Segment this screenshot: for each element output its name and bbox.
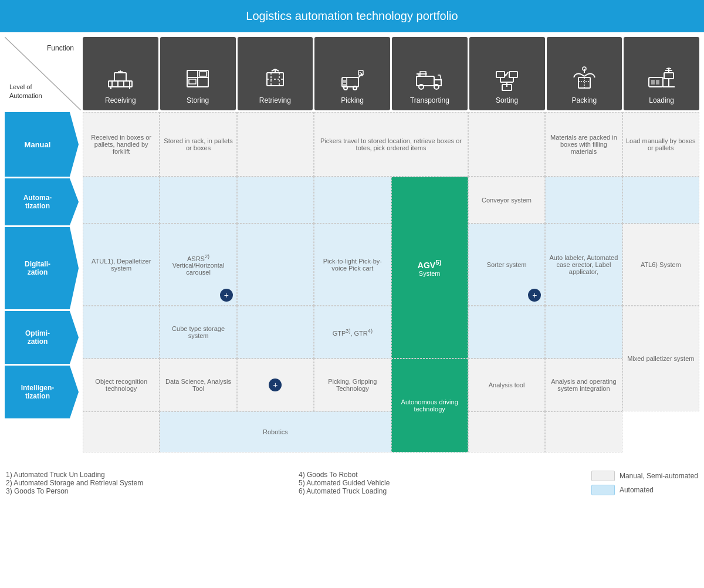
plus-button-storing[interactable]: + [220,289,233,302]
cell-manual-picking-trans: Pickers travel to stored location, retri… [314,112,468,177]
plus-button-sorting[interactable]: + [528,289,541,302]
cell-auto-retrieving [237,177,314,224]
cell-manual-receiving: Received in boxes or pallets, handled by… [83,112,160,177]
cell-opti-receiving [83,306,160,359]
level-header-label: Level ofAutomation [9,83,42,100]
function-sorting: Sorting [469,37,545,110]
footer-notes-col2: 4) Goods To Robot 5) Automated Guided Ve… [299,471,580,495]
footer: 1) Automated Truck Un Loading 2) Automat… [0,471,704,501]
cell-opti-retrieving [237,306,314,359]
footer-note-1: 1) Automated Truck Un Loading [6,471,287,479]
cell-auto-sorting: Conveyor system [468,177,545,224]
cell-auto-receiving [83,177,160,224]
cell-auto-storing [160,177,236,224]
svg-rect-14 [189,79,196,84]
level-intelligentization: Intelligen-tization [5,366,79,418]
cell-manual-packing: Materials are packed in boxes with filli… [545,112,622,177]
svg-rect-6 [114,73,126,81]
legend-manual-box [591,471,615,481]
cell-opti-loading: Mixed palletizer system [622,306,699,411]
footer-note-2: 2) Automated Storage and Retrieval Syste… [6,479,287,487]
cell-manual-sorting [468,112,545,177]
cell-robotics-1 [83,411,160,452]
cell-intel-storing: Data Science, Analysis Tool [160,359,236,411]
cell-manual-retrieving [237,112,314,177]
cell-opti-storing: Cube type storage system [160,306,236,359]
function-transporting: Transporting [392,37,468,110]
svg-rect-58 [664,73,673,79]
cell-robotics-6 [468,411,545,452]
footer-note-3: 3) Goods To Person [6,487,287,495]
svg-rect-25 [343,80,346,83]
level-digitalization: Digitali-zation [5,227,79,309]
cell-digit-sorting: Sorter system+ [468,224,545,306]
cell-digit-retrieving [237,224,314,306]
cell-manual-loading: Load manually by boxes or pallets [622,112,699,177]
page-title: Logistics automation technology portfoli… [0,0,704,32]
cell-opti-picking: GTP3), GTR4) [314,306,391,359]
cell-agv: AGV5)System [391,177,468,359]
cell-intel-retrieving: + [237,359,314,411]
function-loading: Loading [624,37,699,110]
svg-rect-33 [417,76,434,86]
level-automation: Automa-tization [5,178,79,225]
footer-notes-col1: 1) Automated Truck Un Loading 2) Automat… [6,471,287,495]
svg-line-29 [358,74,362,77]
cell-intel-receiving: Object recognition technology [83,359,160,411]
svg-rect-57 [656,80,659,85]
diagonal-header: Function Level ofAutomation [5,37,81,110]
svg-point-27 [344,86,347,90]
cell-digit-packing: Auto labeler, Automated case erector, La… [545,224,622,306]
level-optimization: Optimi-zation [5,311,79,364]
footer-note-5: 5) Automated Guided Vehicle [299,479,580,487]
legend-auto: Automated [591,485,698,495]
level-manual: Manual [5,112,79,177]
cell-digit-storing: ASRS2)Vertical/Horizontal carousel+ [160,224,236,306]
cell-intel-transporting: Autonomous driving technology [391,359,468,452]
footer-note-6: 6) Automated Truck Loading [299,487,580,495]
cell-robotics-span: Robotics [160,411,391,452]
footer-note-4: 4) Goods To Robot [299,471,580,479]
legend-auto-box [591,485,615,495]
cell-intel-packing: Analysis and operating system integratio… [545,359,622,411]
svg-point-28 [353,86,357,90]
function-packing: Packing [547,37,622,110]
svg-line-30 [360,72,362,74]
function-storing: Storing [160,37,236,110]
cell-auto-loading [622,177,699,224]
cell-digit-receiving: ATUL1), Depalletizer system [83,224,160,306]
cell-intel-sorting: Analysis tool [468,359,545,411]
svg-rect-15 [199,72,207,76]
svg-rect-42 [509,72,517,77]
cell-intel-picking: Picking, Gripping Technology [314,359,391,411]
cell-opti-packing [545,306,622,359]
svg-rect-56 [651,80,655,85]
function-picking: Picking [314,37,390,110]
footer-legend: Manual, Semi-automated Automated [591,471,698,495]
svg-line-51 [574,75,575,77]
plus-button-intel[interactable]: + [269,379,282,391]
cell-auto-picking [314,177,391,224]
cell-digit-loading: ATL6) System [622,224,699,306]
function-retrieving: Retrieving [238,37,313,110]
cell-auto-packing [545,177,622,224]
cell-opti-sorting [468,306,545,359]
cell-manual-storing: Stored in rack, in pallets or boxes [160,112,236,177]
svg-rect-41 [496,72,505,77]
cell-digit-picking: Pick-to-light Pick-by-voice Pick cart [314,224,391,306]
svg-line-52 [594,75,595,77]
legend-manual: Manual, Semi-automated [591,471,698,481]
cell-robotics-7 [545,411,622,452]
function-receiving: Receiving [83,37,158,110]
function-header-label: Function [47,44,74,52]
